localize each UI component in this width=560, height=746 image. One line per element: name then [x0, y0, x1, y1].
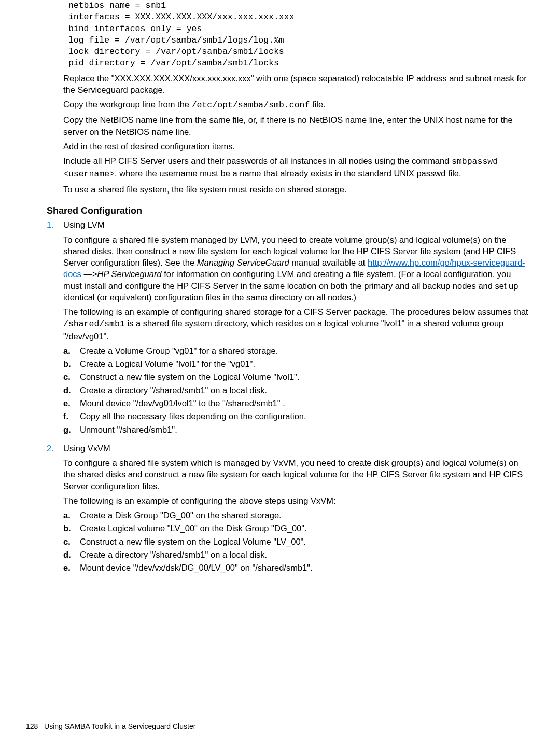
text: is a shared file system directory, which… [63, 319, 503, 340]
text: , where the username must be a name that… [115, 169, 461, 178]
mark: a. [63, 345, 80, 356]
mark: g. [63, 424, 80, 435]
step-2-substeps: a.Create a Disk Group "DG_00" on the sha… [63, 509, 529, 573]
mark: c. [63, 371, 80, 382]
code-path: /etc/opt/samba/smb.conf [192, 100, 310, 110]
text: Copy all the necessary files depending o… [80, 410, 529, 422]
text: Construct a new file system on the Logic… [80, 371, 529, 382]
mark: b. [63, 522, 80, 534]
substep-1b: b.Create a Logical Volume "lvol1" for th… [63, 358, 529, 369]
substep-2a: a.Create a Disk Group "DG_00" on the sha… [63, 509, 529, 521]
step-1-title: Using LVM [63, 219, 529, 230]
para-add-rest: Add in the rest of desired configuration… [63, 141, 529, 152]
step-2: 2. Using VxVM To configure a shared file… [47, 443, 529, 577]
text: Create a directory "/shared/smb1" on a l… [80, 384, 529, 396]
para-shared-fs: To use a shared file system, the file sy… [63, 184, 529, 195]
step-marker-1: 1. [47, 219, 63, 438]
substep-2c: c.Construct a new file system on the Log… [63, 536, 529, 547]
substep-2d: d.Create a directory "/shared/smb1" on a… [63, 549, 529, 560]
mark: f. [63, 410, 80, 422]
text: Create Logical volume "LV_00" on the Dis… [80, 522, 529, 534]
section-heading-shared-config: Shared Configuration [47, 204, 529, 217]
step-1-para-2: The following is an example of configuri… [63, 306, 529, 342]
mark: b. [63, 358, 80, 369]
mark: d. [63, 384, 80, 396]
substep-1e: e.Mount device "/dev/vg01/lvol1" to the … [63, 397, 529, 409]
substep-2b: b.Create Logical volume "LV_00" on the D… [63, 522, 529, 534]
product-name: HP Serviceguard [97, 269, 164, 279]
substep-1g: g.Unmount "/shared/smb1". [63, 424, 529, 435]
para-copy-netbios: Copy the NetBIOS name line from the same… [63, 114, 529, 137]
text: Create a Logical Volume "lvol1" for the … [80, 358, 529, 369]
text: Include all HP CIFS Server users and the… [63, 156, 452, 165]
text: Construct a new file system on the Logic… [80, 536, 529, 547]
text: file. [310, 100, 325, 109]
text: —> [83, 269, 97, 279]
step-marker-2: 2. [47, 443, 63, 577]
manual-name: Managing ServiceGuard [197, 258, 289, 267]
step-1-para-1: To configure a shared file system manage… [63, 234, 529, 303]
text: Unmount "/shared/smb1". [80, 424, 529, 435]
text: The following is an example of configuri… [63, 307, 528, 316]
substep-1a: a.Create a Volume Group "vg01" for a sha… [63, 345, 529, 356]
config-code-block: netbios name = smb1 interfaces = XXX.XXX… [63, 0, 529, 70]
text: Create a Disk Group "DG_00" on the share… [80, 509, 529, 521]
mark: a. [63, 509, 80, 521]
code-path: /shared/smb1 [63, 319, 125, 329]
para-copy-workgroup: Copy the workgroup line from the /etc/op… [63, 99, 529, 111]
text: Create a directory "/shared/smb1" on a l… [80, 549, 529, 560]
substep-1c: c.Construct a new file system on the Log… [63, 371, 529, 382]
mark: d. [63, 549, 80, 560]
step-2-para-2: The following is an example of configuri… [63, 495, 529, 506]
step-2-title: Using VxVM [63, 443, 529, 454]
text: Mount device "/dev/vx/dsk/DG_00/LV_00" o… [80, 562, 529, 573]
substep-2e: e.Mount device "/dev/vx/dsk/DG_00/LV_00"… [63, 562, 529, 573]
step-1-substeps: a.Create a Volume Group "vg01" for a sha… [63, 345, 529, 435]
substep-1d: d.Create a directory "/shared/smb1" on a… [63, 384, 529, 396]
mark: e. [63, 397, 80, 409]
step-1: 1. Using LVM To configure a shared file … [47, 219, 529, 438]
para-replace: Replace the "XXX.XXX.XXX.XXX/xxx.xxx.xxx… [63, 73, 529, 96]
mark: c. [63, 536, 80, 547]
mark: e. [63, 562, 80, 573]
para-include-users: Include all HP CIFS Server users and the… [63, 155, 529, 181]
text: Mount device "/dev/vg01/lvol1" to the "/… [80, 397, 529, 409]
substep-1f: f.Copy all the necessary files depending… [63, 410, 529, 422]
text: Create a Volume Group "vg01" for a share… [80, 345, 529, 356]
step-2-para-1: To configure a shared file system which … [63, 457, 529, 492]
text: manual available at [289, 258, 368, 267]
text: Copy the workgroup line from the [63, 100, 192, 109]
